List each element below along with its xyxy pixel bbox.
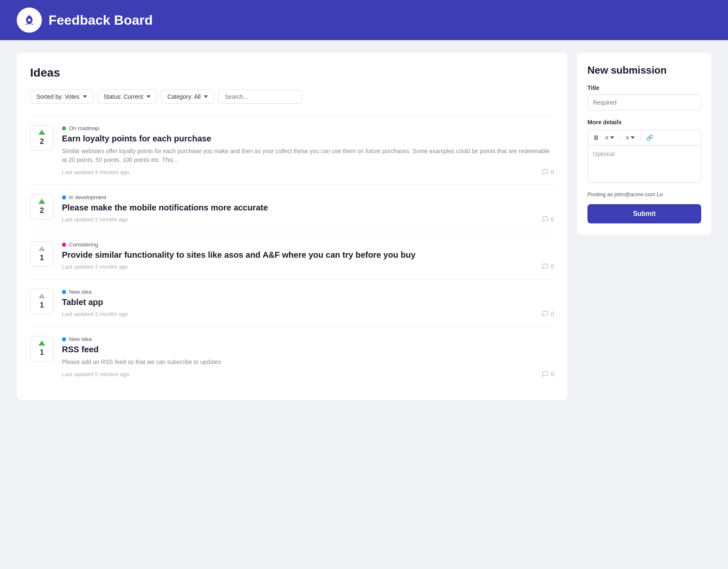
comment-number: 0 — [551, 169, 554, 175]
upvote-arrow-icon — [38, 130, 45, 135]
idea-description: Similar websites offer loyalty points fo… — [62, 147, 554, 164]
idea-timestamp: Last updated 5 minutes ago — [62, 371, 129, 377]
ordered-list-button[interactable]: ≡ — [603, 133, 616, 142]
upvote-arrow-icon — [38, 199, 45, 204]
idea-timestamp: Last updated 2 months ago — [62, 311, 128, 317]
bold-button[interactable]: B — [592, 133, 600, 142]
posting-as-label: Posting as john@acme.com — [587, 191, 655, 197]
unordered-list-icon: ≡ — [625, 134, 629, 141]
filter-bar: Sorted by: Votes Status: Current Categor… — [30, 90, 554, 104]
idea-content: Considering Provide similar functionalit… — [62, 241, 554, 270]
ideas-heading: Ideas — [30, 66, 554, 79]
link-icon: 🔗 — [646, 134, 653, 141]
toolbar-divider-2 — [640, 134, 641, 141]
idea-status: On roadmap — [62, 125, 554, 131]
category-filter[interactable]: Category: All — [161, 90, 214, 104]
category-label: Category: All — [167, 93, 200, 100]
idea-status: New idea — [62, 336, 554, 342]
vote-count: 2 — [40, 137, 44, 146]
status-label: Status: Current — [104, 93, 143, 100]
comment-icon — [542, 216, 549, 223]
list-item: 1 New idea RSS feed Please add an RSS fe… — [30, 326, 554, 387]
upvote-arrow-icon — [38, 293, 45, 298]
list-item: 1 New idea Tablet app Last updated 2 mon… — [30, 279, 554, 326]
ideas-panel: Ideas Sorted by: Votes Status: Current C… — [17, 53, 567, 400]
posting-as-text: Posting as john@acme.com Lo — [587, 191, 701, 197]
idea-footer: Last updated 2 months ago 0 — [62, 216, 554, 223]
comment-count: 0 — [542, 216, 554, 223]
status-label: On roadmap — [69, 125, 99, 131]
ordered-list-icon: ≡ — [605, 134, 608, 141]
comment-number: 0 — [551, 263, 554, 270]
sort-chevron-icon — [83, 95, 87, 98]
idea-title[interactable]: Please make the mobile notifications mor… — [62, 203, 554, 213]
vote-box[interactable]: 1 — [30, 289, 54, 314]
vote-count: 1 — [40, 254, 44, 262]
comment-icon — [542, 371, 549, 377]
idea-content: New idea Tablet app Last updated 2 month… — [62, 289, 554, 317]
status-label: Considering — [69, 241, 98, 248]
vote-count: 2 — [40, 206, 44, 215]
vote-count: 1 — [40, 348, 44, 357]
status-dot-icon — [62, 243, 66, 247]
status-dot-icon — [62, 337, 66, 341]
title-input[interactable] — [587, 95, 701, 110]
status-label: New idea — [69, 289, 92, 295]
idea-title[interactable]: RSS feed — [62, 345, 554, 354]
idea-status: In development — [62, 194, 554, 200]
status-filter[interactable]: Status: Current — [97, 90, 157, 104]
idea-status: Considering — [62, 241, 554, 248]
vote-box[interactable]: 2 — [30, 194, 54, 220]
idea-title[interactable]: Earn loyalty points for each purchase — [62, 134, 554, 144]
comment-icon — [542, 263, 549, 270]
idea-footer: Last updated 4 minutes ago 0 — [62, 169, 554, 175]
idea-title[interactable]: Tablet app — [62, 297, 554, 307]
idea-footer: Last updated 2 months ago 0 — [62, 310, 554, 317]
search-input[interactable] — [218, 90, 302, 104]
vote-box[interactable]: 1 — [30, 241, 54, 267]
comment-number: 0 — [551, 310, 554, 317]
sort-filter[interactable]: Sorted by: Votes — [30, 90, 93, 104]
comment-number: 0 — [551, 371, 554, 377]
status-dot-icon — [62, 195, 66, 200]
link-button[interactable]: 🔗 — [644, 133, 655, 142]
details-editor[interactable]: Optional — [587, 145, 701, 183]
idea-title[interactable]: Provide similar functionality to sites l… — [62, 250, 554, 260]
app-header: Feedback Board — [0, 0, 728, 40]
comment-count: 0 — [542, 371, 554, 377]
sort-label: Sorted by: Votes — [36, 93, 79, 100]
list-item: 1 Considering Provide similar functional… — [30, 232, 554, 279]
idea-timestamp: Last updated 2 months ago — [62, 216, 128, 223]
upvote-arrow-icon — [38, 341, 45, 346]
idea-timestamp: Last updated 2 months ago — [62, 264, 128, 270]
comment-icon — [542, 169, 549, 175]
submission-heading: New submission — [587, 64, 701, 76]
details-label: More details — [587, 119, 701, 126]
comment-count: 0 — [542, 169, 554, 175]
list-item: 2 On roadmap Earn loyalty points for eac… — [30, 115, 554, 185]
status-dot-icon — [62, 126, 66, 131]
comment-count: 0 — [542, 310, 554, 317]
idea-description: Please add an RSS feed so that we can su… — [62, 358, 554, 367]
status-dot-icon — [62, 290, 66, 294]
comment-icon — [542, 310, 549, 317]
idea-footer: Last updated 2 months ago 0 — [62, 263, 554, 270]
vote-count: 1 — [40, 301, 44, 310]
logout-link[interactable]: Lo — [657, 191, 663, 197]
title-label: Title — [587, 85, 701, 91]
vote-box[interactable]: 2 — [30, 125, 54, 151]
toolbar-divider — [620, 134, 620, 141]
idea-content: On roadmap Earn loyalty points for each … — [62, 125, 554, 175]
submit-button[interactable]: Submit — [587, 204, 701, 223]
upvote-arrow-icon — [38, 246, 45, 251]
editor-toolbar: B ≡ ≡ 🔗 — [587, 130, 701, 145]
ideas-list: 2 On roadmap Earn loyalty points for eac… — [30, 115, 554, 387]
main-layout: Ideas Sorted by: Votes Status: Current C… — [0, 40, 728, 413]
idea-timestamp: Last updated 4 minutes ago — [62, 169, 129, 175]
idea-content: New idea RSS feed Please add an RSS feed… — [62, 336, 554, 377]
list-item: 2 In development Please make the mobile … — [30, 185, 554, 232]
idea-content: In development Please make the mobile no… — [62, 194, 554, 223]
unordered-list-button[interactable]: ≡ — [623, 133, 637, 142]
category-chevron-icon — [204, 95, 208, 98]
vote-box[interactable]: 1 — [30, 336, 54, 361]
